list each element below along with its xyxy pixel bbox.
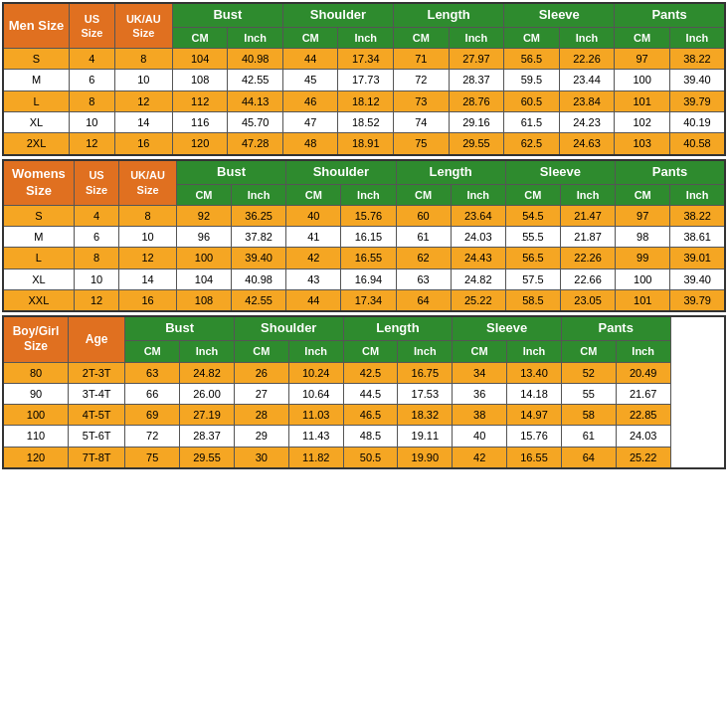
table-row: 1105T-6T 7228.37 2911.43 48.519.11 4015.…	[3, 426, 725, 447]
women-pants-header: Pants	[616, 160, 725, 184]
table-row: 903T-4T 6626.00 2710.64 44.517.53 3614.1…	[3, 383, 725, 404]
men-size-table: Men Size USSize UK/AUSize Bust Shoulder …	[2, 2, 726, 156]
men-sleeve-header: Sleeve	[504, 3, 615, 27]
kids-size-table: Boy/GirlSize Age Bust Shoulder Length Sl…	[2, 315, 726, 469]
men-bust-header: Bust	[172, 3, 282, 27]
kids-pants-header: Pants	[561, 316, 670, 340]
women-us-header: USSize	[74, 160, 119, 206]
table-row: 802T-3T 6324.82 2610.24 42.516.75 3413.4…	[3, 362, 725, 383]
women-pt-cm: CM	[616, 184, 670, 205]
men-bust-inch: Inch	[228, 27, 283, 48]
women-sh-cm: CM	[286, 184, 341, 205]
men-len-cm: CM	[394, 27, 450, 48]
women-ukau-header: UK/AUSize	[119, 160, 177, 206]
women-bust-cm: CM	[176, 184, 231, 205]
men-ukau-header: UK/AUSize	[114, 3, 172, 49]
table-row: S48 10440.98 4417.34 7127.97 56.522.26 9…	[3, 49, 725, 70]
kids-sleeve-header: Sleeve	[453, 316, 562, 340]
men-pt-inch: Inch	[669, 27, 725, 48]
table-row: XL1014 10440.98 4316.94 6324.82 57.522.6…	[3, 269, 725, 289]
men-section-label: Men Size	[3, 3, 69, 49]
women-shoulder-header: Shoulder	[286, 160, 396, 184]
women-bust-header: Bust	[176, 160, 285, 184]
kids-shoulder-header: Shoulder	[234, 316, 343, 340]
table-row: L812 11244.13 4618.12 7328.76 60.523.84 …	[3, 90, 725, 111]
size-chart-container: Men Size USSize UK/AUSize Bust Shoulder …	[0, 0, 728, 471]
table-row: XXL1216 10842.55 4417.34 6425.22 58.523.…	[3, 290, 725, 312]
men-length-header: Length	[394, 3, 504, 27]
kids-section-label: Boy/GirlSize	[3, 316, 69, 362]
table-row: M610 10842.55 4517.73 7228.37 59.523.44 …	[3, 70, 725, 90]
women-sh-inch: Inch	[341, 184, 396, 205]
men-sl-inch: Inch	[559, 27, 615, 48]
table-row: L812 10039.40 4216.55 6224.43 56.522.26 …	[3, 248, 725, 269]
kids-sh-cm: CM	[234, 341, 288, 362]
women-sl-inch: Inch	[560, 184, 615, 205]
kids-length-header: Length	[343, 316, 453, 340]
women-bust-inch: Inch	[232, 184, 286, 205]
kids-bust-cm: CM	[125, 341, 180, 362]
men-len-inch: Inch	[449, 27, 504, 48]
table-row: 2XL1216 12047.28 4818.91 7529.55 62.524.…	[3, 133, 725, 155]
men-pants-header: Pants	[615, 3, 725, 27]
men-pt-cm: CM	[615, 27, 670, 48]
men-us-header: USSize	[69, 3, 114, 49]
kids-bust-inch: Inch	[180, 341, 235, 362]
kids-sl-cm: CM	[453, 341, 507, 362]
kids-pt-cm: CM	[561, 341, 616, 362]
women-pt-inch: Inch	[670, 184, 725, 205]
kids-len-inch: Inch	[398, 341, 453, 362]
men-sh-inch: Inch	[338, 27, 394, 48]
table-row: S48 9236.25 4015.76 6023.64 54.521.47 97…	[3, 205, 725, 226]
men-sl-cm: CM	[504, 27, 560, 48]
kids-sh-inch: Inch	[288, 341, 343, 362]
women-len-cm: CM	[396, 184, 451, 205]
men-sh-cm: CM	[282, 27, 338, 48]
men-bust-cm: CM	[172, 27, 228, 48]
women-size-table: WomensSize USSize UK/AUSize Bust Shoulde…	[2, 159, 726, 313]
kids-bust-header: Bust	[125, 316, 235, 340]
women-sl-cm: CM	[505, 184, 560, 205]
table-row: XL1014 11645.70 4718.52 7429.16 61.524.2…	[3, 112, 725, 133]
kids-age-header: Age	[69, 316, 125, 362]
women-len-inch: Inch	[451, 184, 505, 205]
table-row: M610 9637.82 4116.15 6124.03 55.521.87 9…	[3, 227, 725, 248]
men-shoulder-header: Shoulder	[282, 3, 393, 27]
table-row: 1004T-5T 6927.19 2811.03 46.518.32 3814.…	[3, 405, 725, 426]
kids-len-cm: CM	[343, 341, 398, 362]
women-sleeve-header: Sleeve	[505, 160, 615, 184]
kids-sl-inch: Inch	[507, 341, 562, 362]
kids-pt-inch: Inch	[616, 341, 670, 362]
women-length-header: Length	[396, 160, 505, 184]
women-section-label: WomensSize	[3, 160, 74, 206]
table-row: 1207T-8T 7529.55 3011.82 50.519.90 4216.…	[3, 447, 725, 468]
